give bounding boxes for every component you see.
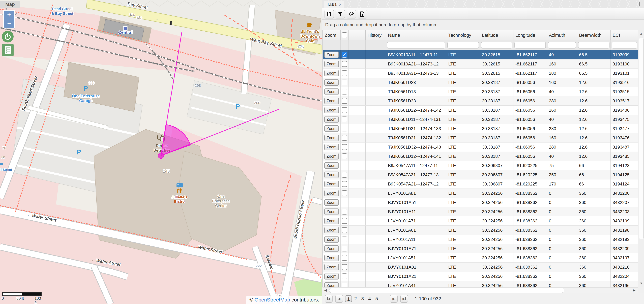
row-zoom-button[interactable]: Zoom bbox=[324, 70, 339, 76]
row-zoom-button[interactable]: Zoom bbox=[324, 52, 339, 58]
column-header-history[interactable]: History bbox=[366, 30, 386, 40]
row-checkbox[interactable] bbox=[342, 126, 347, 131]
table-row[interactable]: ZoomT9JK0561D12---12474-141LTE30.33187-8… bbox=[323, 152, 638, 161]
table-row[interactable]: ZoomT9JK0561D32---12474-143LTE30.33187-8… bbox=[323, 142, 638, 152]
row-zoom-button[interactable]: Zoom bbox=[324, 79, 339, 86]
row-checkbox[interactable] bbox=[342, 246, 347, 251]
page-number-1[interactable]: 1 bbox=[345, 295, 352, 302]
row-checkbox[interactable] bbox=[342, 181, 347, 187]
next-page-button[interactable]: ▶ bbox=[390, 295, 398, 303]
row-zoom-button[interactable]: Zoom bbox=[324, 162, 339, 169]
page-number-3[interactable]: 3 bbox=[359, 296, 366, 301]
row-zoom-button[interactable]: Zoom bbox=[324, 255, 339, 261]
table-row[interactable]: ZoomLJVY0101A71LTE30.324256-81.638362036… bbox=[323, 216, 638, 226]
filter-longitude-input[interactable] bbox=[514, 42, 546, 49]
horizontal-scroll-thumb[interactable] bbox=[329, 288, 564, 293]
row-zoom-button[interactable]: Zoom bbox=[324, 199, 339, 206]
scroll-down-arrow[interactable]: ▼ bbox=[638, 280, 644, 286]
row-checkbox[interactable] bbox=[342, 135, 347, 141]
row-checkbox[interactable] bbox=[342, 273, 347, 279]
previous-page-button[interactable]: ◀ bbox=[335, 295, 343, 303]
row-zoom-button[interactable]: Zoom bbox=[324, 190, 339, 196]
scroll-right-arrow[interactable]: ▶ bbox=[631, 287, 637, 293]
table-row[interactable]: Zoom✓B9JK0010A11---12473-11LTE30.32615-8… bbox=[323, 50, 638, 59]
map-zoom-out-button[interactable]: − bbox=[4, 19, 14, 28]
table-row[interactable]: ZoomT9JK0561D33LTE30.33187-81.6605628012… bbox=[323, 96, 638, 106]
page-number-4[interactable]: 4 bbox=[366, 296, 373, 301]
row-checkbox[interactable] bbox=[342, 172, 347, 178]
tags-button[interactable] bbox=[347, 10, 356, 19]
row-zoom-button[interactable]: Zoom bbox=[324, 153, 339, 160]
filter-latitude-input[interactable] bbox=[481, 42, 512, 49]
filter-button[interactable] bbox=[336, 10, 345, 19]
table-row[interactable]: ZoomT9JK0561D21---12474-132LTE30.33187-8… bbox=[323, 133, 638, 142]
row-checkbox[interactable] bbox=[342, 107, 347, 113]
table-row[interactable]: ZoomBJVY0101A81LTE30.324256-81.638362036… bbox=[323, 262, 638, 272]
filter-eci-input[interactable] bbox=[612, 42, 637, 49]
row-zoom-button[interactable]: Zoom bbox=[324, 125, 339, 132]
filter-azimuth-input[interactable] bbox=[548, 42, 576, 49]
vertical-scroll-thumb[interactable] bbox=[639, 38, 644, 239]
scroll-up-arrow[interactable]: ▲ bbox=[638, 31, 644, 37]
row-checkbox[interactable] bbox=[342, 70, 347, 76]
row-zoom-button[interactable]: Zoom bbox=[324, 61, 339, 67]
table-row[interactable]: ZoomBJVY0101A71LTE30.324256-81.638362036… bbox=[323, 244, 638, 253]
row-checkbox[interactable] bbox=[342, 80, 347, 85]
column-header-latitude[interactable]: Latitude bbox=[480, 30, 513, 40]
table-row[interactable]: ZoomT9JK0561D11---12474-131LTE30.33187-8… bbox=[323, 115, 638, 124]
row-checkbox[interactable] bbox=[342, 144, 347, 150]
table-row[interactable]: ZoomB9JK0010A21---12473-12LTE30.32615-81… bbox=[323, 59, 638, 69]
table-row[interactable]: ZoomT9JK0561D13LTE30.33187-81.660564012.… bbox=[323, 87, 638, 96]
map-canvas[interactable]: Skyway Pearl Street & Bay Street Bay Str… bbox=[0, 0, 322, 304]
table-row[interactable]: ZoomBJVY0101A21LTE30.324256-81.638362036… bbox=[323, 272, 638, 281]
table-row[interactable]: ZoomB9JK0547A11---12477-11LTE30.306807-8… bbox=[323, 161, 638, 170]
column-header-azimuth[interactable]: Azimuth bbox=[547, 30, 577, 40]
filter-technology-input[interactable] bbox=[448, 42, 479, 49]
horizontal-scrollbar[interactable]: ◀ ▶ bbox=[322, 287, 638, 293]
first-page-button[interactable]: ◀ bbox=[325, 295, 332, 303]
table-row[interactable]: ZoomLJVY0101A51LTE30.324256-81.638362036… bbox=[323, 253, 638, 262]
table-row[interactable]: ZoomT9JK0561D23LTE30.33187-81.6605616012… bbox=[323, 78, 638, 87]
row-checkbox[interactable]: ✓ bbox=[342, 52, 347, 58]
pin-icon[interactable] bbox=[637, 1, 642, 6]
row-checkbox[interactable] bbox=[342, 209, 347, 215]
row-zoom-button[interactable]: Zoom bbox=[324, 236, 339, 243]
openstreetmap-link[interactable]: OpenStreetMap bbox=[254, 297, 290, 302]
row-zoom-button[interactable]: Zoom bbox=[324, 181, 339, 187]
row-checkbox[interactable] bbox=[342, 200, 347, 205]
row-checkbox[interactable] bbox=[342, 89, 347, 94]
table-row[interactable]: ZoomLJVY0101A11LTE30.324256-81.638362036… bbox=[323, 235, 638, 244]
map-legend-button[interactable] bbox=[2, 44, 14, 56]
row-checkbox[interactable] bbox=[342, 255, 347, 261]
row-checkbox[interactable] bbox=[342, 98, 347, 104]
scroll-left-arrow[interactable]: ◀ bbox=[322, 287, 328, 293]
table-row[interactable]: ZoomBJVY0101A11LTE30.324256-81.638362036… bbox=[323, 207, 638, 216]
row-zoom-button[interactable]: Zoom bbox=[324, 135, 339, 141]
row-zoom-button[interactable]: Zoom bbox=[324, 88, 339, 95]
table-row[interactable]: ZoomB9JK0547A21---12477-12LTE30.306807-8… bbox=[323, 180, 638, 189]
row-checkbox[interactable] bbox=[342, 218, 347, 224]
save-button[interactable] bbox=[324, 10, 334, 19]
row-zoom-button[interactable]: Zoom bbox=[324, 144, 339, 150]
filter-beamwidth-input[interactable] bbox=[578, 42, 610, 49]
row-zoom-button[interactable]: Zoom bbox=[324, 227, 339, 233]
page-number-5[interactable]: 5 bbox=[373, 296, 380, 301]
table-row[interactable]: ZoomT9JK0561D22---12474-142LTE30.33187-8… bbox=[323, 106, 638, 115]
row-zoom-button[interactable]: Zoom bbox=[324, 273, 339, 279]
map-panel[interactable]: Skyway Pearl Street & Bay Street Bay Str… bbox=[0, 0, 322, 304]
tab-close-icon[interactable]: × bbox=[339, 2, 342, 7]
column-header-longitude[interactable]: Longitude bbox=[513, 30, 547, 40]
map-zoom-in-button[interactable]: + bbox=[4, 11, 14, 19]
row-checkbox[interactable] bbox=[342, 61, 347, 67]
row-checkbox[interactable] bbox=[342, 264, 347, 270]
page-number-2[interactable]: 2 bbox=[352, 296, 359, 301]
group-by-bar[interactable]: Drag a column and drop it here to group … bbox=[322, 20, 644, 30]
map-panel-title[interactable]: Map bbox=[0, 1, 20, 8]
table-row[interactable]: ZoomB9JK0010A31---12473-13LTE30.32615-81… bbox=[323, 69, 638, 78]
row-zoom-button[interactable]: Zoom bbox=[324, 264, 339, 270]
page-number-...[interactable]: ... bbox=[380, 296, 387, 301]
column-header-eci[interactable]: ECI bbox=[610, 30, 638, 40]
export-button[interactable] bbox=[358, 10, 367, 19]
column-header-select-all[interactable] bbox=[340, 30, 348, 40]
row-checkbox[interactable] bbox=[342, 237, 347, 242]
